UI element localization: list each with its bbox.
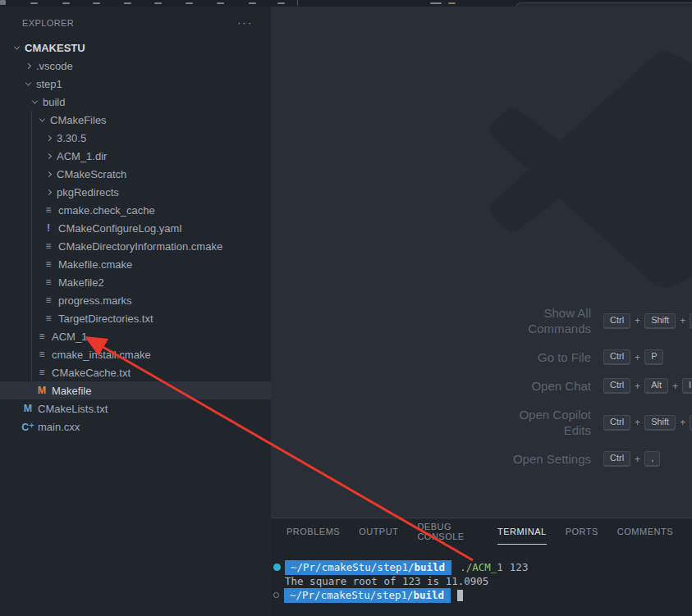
tree-item[interactable]: MCMakeLists.txt — [0, 399, 271, 418]
chevron-down-icon — [35, 113, 48, 126]
tree-item-label: CMakeFiles — [50, 114, 107, 126]
tree-item-label: Makefile.cmake — [58, 258, 132, 271]
tree-item[interactable]: C⁺main.cxx — [0, 418, 271, 436]
editor-pane[interactable]: Show All CommandsCtrl+Shift+PGo to FileC… — [271, 7, 692, 518]
chevron-right-icon — [42, 131, 55, 144]
shortcut-keys: Ctrl+Alt+I — [603, 378, 692, 394]
plus-separator: + — [635, 381, 640, 392]
tree-item-label: CMakeScratch — [57, 168, 126, 180]
prompt-path: ~/Pr/cmakeStu/step1/ — [291, 561, 415, 573]
menu-text-sliver — [93, 2, 100, 4]
tree-item[interactable]: ACM_1.dir — [0, 147, 271, 165]
shortcut-keys: Ctrl+Shift+P — [603, 313, 692, 329]
tree-item[interactable]: pkgRedirects — [0, 183, 271, 201]
tree-item[interactable]: ≡cmake_install.cmake — [0, 345, 271, 363]
terminal[interactable]: ~/Pr/cmakeStu/step1/build ./ACM_1 123 Th… — [271, 560, 692, 602]
panel-tab-output[interactable]: OUTPUT — [359, 518, 398, 545]
vscode-logo-watermark-icon — [490, 51, 692, 289]
panel-tab-ports[interactable]: PORTS — [566, 518, 598, 545]
chevron-right-icon — [42, 185, 55, 198]
command-pending-ring-icon[interactable] — [273, 592, 279, 598]
tree-item-label: CMakeConfigureLog.yaml — [58, 222, 181, 235]
tree-item[interactable]: ≡ACM_1 — [0, 327, 271, 345]
plus-separator: + — [680, 417, 685, 428]
menu-text-sliver — [154, 2, 162, 4]
tree-item[interactable]: ≡CMakeDirectoryInformation.cmake — [0, 237, 271, 255]
tree-item-label: TargetDirectories.txt — [58, 313, 154, 325]
tree-item[interactable]: 3.30.5 — [0, 129, 271, 147]
text-file-icon: ≡ — [35, 349, 48, 360]
prompt-dir: build — [415, 561, 446, 573]
keyboard-key: Shift — [644, 313, 676, 329]
tree-item-label: Makefile2 — [58, 276, 104, 289]
watermark-shortcut-row: Open Copilot EditsCtrl+Shift+Alt — [493, 407, 692, 438]
menu-text-sliver — [249, 2, 256, 4]
tree-item[interactable]: ≡TargetDirectories.txt — [0, 309, 271, 327]
explorer-sidebar: EXPLORER ··· CMAKESTU.vscodestep1buildCM… — [0, 7, 271, 616]
terminal-output: The square root of 123 is 11.0905 — [271, 574, 692, 588]
toolbar-icon-sliver — [430, 2, 442, 4]
command-center-searchbox[interactable] — [516, 2, 692, 7]
keyboard-key: Alt — [644, 378, 668, 394]
watermark-shortcut-row: Show All CommandsCtrl+Shift+P — [493, 305, 692, 336]
keyboard-key: Ctrl — [603, 349, 630, 365]
chevron-right-icon — [42, 149, 55, 162]
shortcut-label: Open Copilot Edits — [493, 407, 591, 438]
tree-item[interactable]: .vscode — [0, 57, 271, 75]
shortcut-keys: Ctrl+Shift+Alt — [603, 415, 692, 431]
chevron-down-icon — [28, 95, 41, 108]
command-success-dot-icon[interactable] — [273, 564, 281, 571]
menu-text-sliver — [186, 2, 193, 4]
chevron-down-icon — [21, 77, 34, 90]
text-file-icon: ≡ — [35, 367, 48, 378]
menu-text-sliver — [30, 2, 38, 4]
yaml-warning-icon: ! — [42, 222, 55, 234]
tree-item-label: cmake_install.cmake — [52, 349, 151, 361]
text-file-icon: ≡ — [42, 204, 55, 216]
tree-item[interactable]: ≡progress.marks — [0, 291, 271, 309]
prompt-path: ~/Pr/cmakeStu/step1/ — [290, 589, 414, 601]
plus-separator: + — [635, 352, 640, 363]
tree-item[interactable]: ≡Makefile.cmake — [0, 255, 271, 273]
shortcut-label: Show All Commands — [493, 305, 591, 336]
terminal-cursor[interactable] — [457, 590, 463, 601]
tree-item[interactable]: MMakefile — [0, 381, 271, 399]
chevron-down-icon — [10, 41, 23, 54]
terminal-line: ~/Pr/cmakeStu/step1/build — [271, 588, 692, 602]
keyboard-key: Ctrl — [603, 451, 630, 467]
toolbar-icon-sliver — [448, 2, 456, 4]
file-tree: CMAKESTU.vscodestep1buildCMakeFiles3.30.… — [0, 39, 271, 436]
title-bar — [0, 0, 692, 7]
shortcut-label: Go to File — [493, 349, 591, 365]
panel-tab-bar: PROBLEMSOUTPUTDEBUG CONSOLETERMINALPORTS… — [271, 518, 692, 545]
panel-tab-comments[interactable]: COMMENTS — [617, 518, 673, 545]
tree-item-label: progress.marks — [58, 294, 132, 307]
tree-item[interactable]: CMAKESTU — [0, 39, 271, 57]
tree-item[interactable]: CMakeScratch — [0, 165, 271, 183]
text-file-icon: ≡ — [35, 331, 48, 342]
tree-item[interactable]: !CMakeConfigureLog.yaml — [0, 219, 271, 237]
terminal-prompt-chip: ~/Pr/cmakeStu/step1/build — [285, 560, 451, 575]
tree-item-label: Makefile — [52, 385, 91, 397]
tree-item[interactable]: build — [0, 93, 271, 111]
tree-item[interactable]: ≡CMakeCache.txt — [0, 363, 271, 381]
shortcut-keys: Ctrl+P — [603, 349, 663, 365]
app-icon — [0, 0, 6, 5]
tree-item[interactable]: ≡cmake.check_cache — [0, 201, 271, 219]
more-actions-icon[interactable]: ··· — [237, 20, 253, 26]
terminal-command: ./ACM_1 — [460, 561, 503, 573]
shortcut-keys: Ctrl+, — [603, 451, 660, 467]
panel-tab-debug-console[interactable]: DEBUG CONSOLE — [417, 518, 479, 545]
keyboard-key: Ctrl — [603, 378, 630, 394]
text-file-icon: ≡ — [42, 276, 55, 288]
bottom-panel: PROBLEMSOUTPUTDEBUG CONSOLETERMINALPORTS… — [271, 518, 692, 616]
tree-item[interactable]: step1 — [0, 75, 271, 93]
plus-separator: + — [635, 417, 640, 428]
tree-item[interactable]: CMakeFiles — [0, 111, 271, 129]
panel-tab-problems[interactable]: PROBLEMS — [286, 518, 340, 545]
panel-tab-terminal[interactable]: TERMINAL — [497, 518, 547, 545]
tree-item[interactable]: ≡Makefile2 — [0, 273, 271, 291]
explorer-title: EXPLORER — [22, 18, 74, 28]
keyboard-key: P — [644, 349, 663, 365]
plus-separator: + — [635, 315, 640, 326]
